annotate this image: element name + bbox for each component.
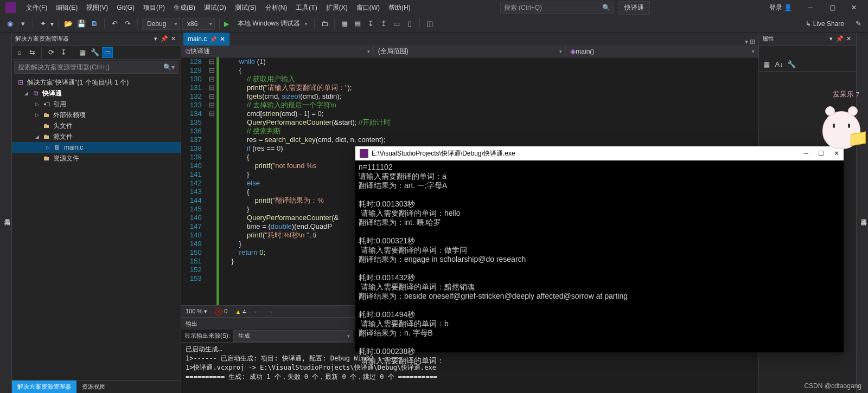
output-source-label: 显示输出来源(S): xyxy=(184,332,230,340)
menu-item[interactable]: 分析(N) xyxy=(261,2,292,13)
minimize-button[interactable]: ─ xyxy=(800,0,821,15)
nav-back-icon[interactable]: ← xyxy=(253,308,259,315)
toolbox-tab[interactable]: 工具箱 xyxy=(0,33,12,393)
menu-item[interactable]: 工具(T) xyxy=(291,2,321,13)
redo-icon[interactable]: ↷ xyxy=(122,18,133,29)
tab-solution-explorer[interactable]: 解决方案资源管理器 xyxy=(12,381,76,393)
solution-toolbar: ⌂ ⇆ ⟳ ↧ ▦ 🔧 ▭ xyxy=(12,46,181,60)
tab-dropdown-icon[interactable]: ▾ ⊞ xyxy=(742,38,758,46)
sync-icon[interactable]: ⇆ xyxy=(27,47,37,58)
nav-function[interactable]: ◉ main() xyxy=(566,46,758,57)
undo-icon[interactable]: ↶ xyxy=(109,18,120,29)
fwd-icon[interactable]: ▾ xyxy=(17,18,28,29)
pin-icon[interactable]: 📌 xyxy=(210,36,216,42)
menu-item[interactable]: 帮助(H) xyxy=(384,2,415,13)
tb-icon-7[interactable]: ▯ xyxy=(404,18,415,29)
search-placeholder: 搜索 (Ctrl+Q) xyxy=(504,3,542,12)
error-count[interactable]: ✕0 xyxy=(215,308,227,315)
console-titlebar[interactable]: E:\VisualStudioProjects\快译通\Debug\快译通.ex… xyxy=(355,146,844,160)
live-share-button[interactable]: ↳ Live Share xyxy=(806,20,844,28)
save-icon[interactable]: 💾 xyxy=(76,18,87,29)
console-title-text: E:\VisualStudioProjects\快译通\Debug\快译通.ex… xyxy=(372,149,515,158)
watermark: CSDN @cdtaogang xyxy=(804,382,861,390)
tb-icon-8[interactable]: ◫ xyxy=(424,18,435,29)
mascot-decoration: 发呆乐 7 xyxy=(817,89,866,149)
solution-search-input[interactable]: 搜索解决方案资源管理器(Ctrl+;) 🔍▾ xyxy=(14,61,178,74)
console-window[interactable]: E:\VisualStudioProjects\快译通\Debug\快译通.ex… xyxy=(355,146,844,352)
close-tab-icon[interactable]: ✕ xyxy=(220,35,225,43)
prop-ico[interactable]: 🔧 xyxy=(786,59,797,70)
dropdown-icon[interactable]: ▾ xyxy=(827,35,835,42)
menu-bar: 文件(F)编辑(E)视图(V)Git(G)项目(P)生成(B)调试(D)测试(S… xyxy=(0,0,868,15)
menu-item[interactable]: 窗口(W) xyxy=(352,2,384,13)
tb-icon-5[interactable]: ↥ xyxy=(378,18,389,29)
file-tab-main-c[interactable]: main.c📌✕ xyxy=(183,33,229,46)
tab-resource-view[interactable]: 资源视图 xyxy=(76,381,111,393)
menu-item[interactable]: 扩展(X) xyxy=(322,2,352,13)
refresh-icon[interactable]: ⟳ xyxy=(46,47,56,58)
menu-item[interactable]: Git(G) xyxy=(112,2,139,13)
fold-gutter[interactable]: ⊟⊟⊟⊟⊟⊟⊟ xyxy=(207,57,217,305)
console-close-button[interactable]: ✕ xyxy=(834,150,839,157)
play-icon: ▶ xyxy=(224,20,229,28)
menu-item[interactable]: 文件(F) xyxy=(22,2,52,13)
nav-scope[interactable]: (全局范围) xyxy=(374,46,566,57)
solution-explorer-header: 解决方案资源管理器 ▾ 📌 ✕ xyxy=(12,33,181,46)
main-toolbar: ◉ ▾ ✦▾ 📂 💾 🗎 ↶ ↷ Debug x86 ▶ 本地 Windows … xyxy=(0,15,868,33)
tb-icon-1[interactable]: 🗀 xyxy=(319,18,330,29)
close-button[interactable]: ✕ xyxy=(843,0,865,15)
alphabetical-icon[interactable]: A↓ xyxy=(774,59,784,70)
console-output[interactable]: n=111102 请输入需要翻译的单词：a 翻译结果为：art. 一;字母A 耗… xyxy=(355,160,844,368)
global-search-input[interactable]: 搜索 (Ctrl+Q) 🔍 xyxy=(500,2,614,14)
menu-item[interactable]: 视图(V) xyxy=(82,2,112,13)
warning-count[interactable]: ▲4 xyxy=(235,308,246,315)
platform-combo[interactable]: x86 xyxy=(182,18,215,30)
menu-item[interactable]: 测试(S) xyxy=(231,2,261,13)
close-panel-icon[interactable]: ✕ xyxy=(169,35,177,42)
open-icon[interactable]: 📂 xyxy=(63,18,74,29)
maximize-button[interactable]: ▢ xyxy=(821,0,843,15)
new-icon[interactable]: ✦ xyxy=(37,18,48,29)
save-all-icon[interactable]: 🗎 xyxy=(89,18,100,29)
categorized-icon[interactable]: ▦ xyxy=(761,59,772,70)
diagnostic-tools-tab[interactable]: 诊断工具 xyxy=(856,33,868,393)
show-all-icon[interactable]: ▦ xyxy=(77,47,88,58)
search-icon: 🔍 xyxy=(602,4,610,11)
dropdown-icon[interactable]: ▾ xyxy=(151,35,160,42)
properties-header: 属性 ▾ 📌 ✕ xyxy=(759,33,856,46)
console-minimize-button[interactable]: ─ xyxy=(803,150,808,157)
console-maximize-button[interactable]: ☐ xyxy=(818,150,824,157)
tb-icon-3[interactable]: ▤ xyxy=(352,18,363,29)
window-title: 快译通 xyxy=(618,1,650,15)
solution-tree[interactable]: ⊟解决方案"快译通"(1 个项目/共 1 个) ◢⧉快译通 ▷▪□引用 ▷🖿外部… xyxy=(12,75,181,166)
collapse-icon[interactable]: ↧ xyxy=(58,47,69,58)
zoom-level[interactable]: 100 % ▾ xyxy=(186,308,207,315)
line-number-gutter: 1281291301311321331341351361371381391401… xyxy=(181,57,207,305)
nav-project[interactable]: ⧉ 快译通 xyxy=(181,46,374,57)
vs-logo-icon xyxy=(5,2,16,13)
home-icon[interactable]: ⌂ xyxy=(14,47,25,58)
debugger-combo[interactable]: 本地 Windows 调试器 xyxy=(233,18,310,30)
search-icon: 🔍▾ xyxy=(163,63,175,71)
menu-item[interactable]: 调试(D) xyxy=(200,2,231,13)
tb-icon-6[interactable]: ▭ xyxy=(391,18,402,29)
feedback-icon[interactable]: ✎ xyxy=(853,18,864,29)
output-source-combo[interactable]: 生成 xyxy=(233,330,353,342)
properties-icon[interactable]: 🔧 xyxy=(90,47,100,58)
config-combo[interactable]: Debug xyxy=(142,18,180,30)
console-app-icon xyxy=(360,149,368,158)
tb-icon-4[interactable]: ↧ xyxy=(365,18,376,29)
close-panel-icon[interactable]: ✕ xyxy=(844,35,853,42)
menu-item[interactable]: 项目(P) xyxy=(139,2,169,13)
menu-item[interactable]: 生成(B) xyxy=(169,2,200,13)
person-icon: 👤 xyxy=(784,4,792,11)
login-button[interactable]: 登录 👤 xyxy=(769,3,792,12)
back-icon[interactable]: ◉ xyxy=(4,18,15,29)
menu-item[interactable]: 编辑(E) xyxy=(52,2,82,13)
tb-icon-2[interactable]: ▦ xyxy=(339,18,350,29)
preview-icon[interactable]: ▭ xyxy=(102,47,113,58)
nav-fwd-icon[interactable]: → xyxy=(267,308,273,315)
pin-icon[interactable]: 📌 xyxy=(835,35,844,42)
pin-icon[interactable]: 📌 xyxy=(160,35,169,42)
